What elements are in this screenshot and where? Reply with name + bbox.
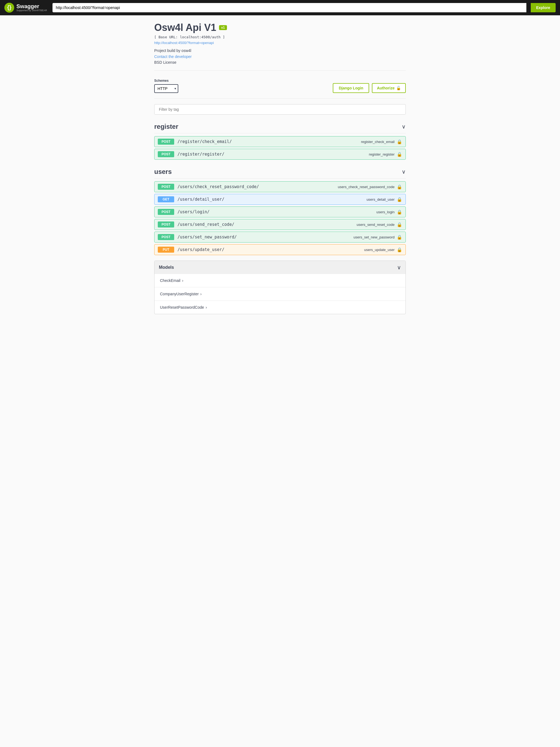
endpoint-name-users_login: users_login [377, 210, 395, 214]
explore-button[interactable]: Explore [531, 3, 556, 12]
api-url-input[interactable] [52, 3, 526, 12]
django-login-button[interactable]: Django Login [333, 83, 369, 93]
endpoint-row-register_check_email[interactable]: POST /register/check_email/ register_che… [154, 136, 406, 147]
lock-icon-users_login: 🔒 [397, 209, 402, 215]
method-badge-users_send_reset_code: POST [158, 222, 174, 228]
divider-2 [154, 98, 406, 99]
api-openapi-link[interactable]: http://localhost:4500/?format=openapi [154, 41, 214, 45]
method-badge-users_update_user: PUT [158, 247, 174, 253]
main-content: Osw4l Api V1 v1 [ Base URL: localhost:45… [149, 15, 411, 321]
models-chevron-icon: ∨ [397, 264, 401, 271]
endpoint-row-users_check_reset_password_code[interactable]: POST /users/check_reset_password_code/ u… [154, 181, 406, 192]
endpoint-name-users_set_new_password: users_set_new_password [354, 235, 394, 239]
lock-icon-users_send_reset_code: 🔒 [397, 222, 402, 227]
api-info: Osw4l Api V1 v1 [ Base URL: localhost:45… [154, 22, 406, 65]
section-chevron-register-icon: ∨ [402, 123, 406, 130]
sections-container: register ∨ POST /register/check_email/ r… [154, 120, 406, 255]
endpoint-name-register_check_email: register_check_email [361, 140, 394, 144]
authorize-button[interactable]: Authorize 🔓 [372, 83, 406, 93]
endpoint-name-users_check_reset_password_code: users_check_reset_password_code [338, 185, 394, 189]
endpoint-row-users_set_new_password[interactable]: POST /users/set_new_password/ users_set_… [154, 232, 406, 242]
model-name-companyuserregister: CompanyUserRegister [160, 292, 199, 296]
scheme-select[interactable]: HTTP HTTPS [154, 84, 178, 93]
lock-icon: 🔓 [396, 86, 401, 90]
lock-icon-users_detail_user: 🔒 [397, 197, 402, 202]
model-chevron-checkemail-icon: › [182, 278, 183, 283]
method-badge-users_login: POST [158, 209, 174, 215]
section-users: users ∨ POST /users/check_reset_password… [154, 165, 406, 255]
method-badge-users_detail_user: GET [158, 196, 174, 202]
models-title: Models [159, 265, 174, 270]
section-header-users[interactable]: users ∨ [154, 165, 406, 179]
section-chevron-users-icon: ∨ [402, 169, 406, 175]
endpoint-row-users_send_reset_code[interactable]: POST /users/send_reset_code/ users_send_… [154, 219, 406, 230]
endpoint-name-users_detail_user: users_detail_user [366, 198, 394, 202]
endpoint-path-users_login: /users/login/ [177, 209, 377, 214]
lock-icon-users_check_reset_password_code: 🔒 [397, 184, 402, 189]
endpoint-name-register_register: register_register [369, 152, 394, 156]
logo-title: Swagger [17, 4, 47, 9]
endpoint-path-users_detail_user: /users/detail_user/ [177, 197, 366, 202]
logo-area: {} Swagger Supported by SMARTBEAR [4, 3, 48, 12]
schemes-label: Schemes [154, 79, 178, 83]
section-title-users: users [154, 168, 172, 176]
header: {} Swagger Supported by SMARTBEAR Explor… [0, 0, 560, 15]
contact-developer-link[interactable]: Contact the developer [154, 54, 406, 59]
api-title-row: Osw4l Api V1 v1 [154, 22, 406, 33]
method-badge-users_set_new_password: POST [158, 234, 174, 240]
method-badge-register_check_email: POST [158, 138, 174, 145]
endpoint-name-users_send_reset_code: users_send_reset_code [357, 223, 394, 227]
schemes-area: Schemes HTTP HTTPS [154, 79, 178, 93]
endpoint-path-users_set_new_password: /users/set_new_password/ [177, 235, 354, 239]
models-list: CheckEmail › CompanyUserRegister › UserR… [154, 274, 406, 314]
swagger-logo-icon: {} [4, 3, 14, 12]
method-badge-users_check_reset_password_code: POST [158, 184, 174, 190]
section-header-register[interactable]: register ∨ [154, 120, 406, 133]
svg-text:{}: {} [7, 4, 11, 10]
endpoint-path-users_check_reset_password_code: /users/check_reset_password_code/ [177, 184, 338, 189]
endpoint-name-users_update_user: users_update_user [364, 248, 394, 252]
lock-icon-register_check_email: 🔒 [397, 139, 402, 145]
api-version-badge: v1 [219, 25, 227, 30]
scheme-select-wrapper[interactable]: HTTP HTTPS [154, 84, 178, 93]
endpoint-path-register_check_email: /register/check_email/ [177, 139, 361, 144]
models-header[interactable]: Models ∨ [154, 261, 406, 274]
logo-text: Swagger Supported by SMARTBEAR [17, 4, 47, 12]
endpoint-row-users_login[interactable]: POST /users/login/ users_login 🔒 [154, 206, 406, 217]
schemes-row: Schemes HTTP HTTPS Django Login Authoriz… [154, 79, 406, 93]
model-item-userresetpasswordcode[interactable]: UserResetPasswordCode › [154, 301, 406, 314]
section-register: register ∨ POST /register/check_email/ r… [154, 120, 406, 160]
method-badge-register_register: POST [158, 151, 174, 157]
model-chevron-companyuserregister-icon: › [200, 292, 202, 296]
endpoint-row-users_detail_user[interactable]: GET /users/detail_user/ users_detail_use… [154, 194, 406, 205]
api-description: Project build by osw4l [154, 48, 406, 53]
lock-icon-register_register: 🔒 [397, 152, 402, 157]
license-text: BSD License [154, 60, 176, 65]
endpoint-path-users_send_reset_code: /users/send_reset_code/ [177, 222, 357, 227]
endpoint-row-users_update_user[interactable]: PUT /users/update_user/ users_update_use… [154, 244, 406, 255]
lock-icon-users_set_new_password: 🔒 [397, 235, 402, 240]
divider-1 [154, 70, 406, 71]
model-name-checkemail: CheckEmail [160, 278, 180, 283]
auth-buttons: Django Login Authorize 🔓 [333, 83, 406, 93]
model-item-companyuserregister[interactable]: CompanyUserRegister › [154, 287, 406, 301]
api-base-url: [ Base URL: localhost:4500/auth ] [154, 35, 406, 39]
endpoint-path-users_update_user: /users/update_user/ [177, 247, 364, 252]
endpoint-path-register_register: /register/register/ [177, 152, 369, 157]
endpoint-row-register_register[interactable]: POST /register/register/ register_regist… [154, 149, 406, 160]
authorize-label: Authorize [377, 86, 394, 90]
section-title-register: register [154, 123, 178, 130]
logo-subtitle: Supported by SMARTBEAR [17, 9, 47, 12]
model-name-userresetpasswordcode: UserResetPasswordCode [160, 305, 204, 310]
lock-icon-users_update_user: 🔒 [397, 247, 402, 252]
api-title: Osw4l Api V1 [154, 22, 216, 33]
model-chevron-userresetpasswordcode-icon: › [206, 305, 207, 310]
filter-input[interactable] [154, 104, 406, 114]
models-section: Models ∨ CheckEmail › CompanyUserRegiste… [154, 261, 406, 314]
model-item-checkemail[interactable]: CheckEmail › [154, 274, 406, 287]
